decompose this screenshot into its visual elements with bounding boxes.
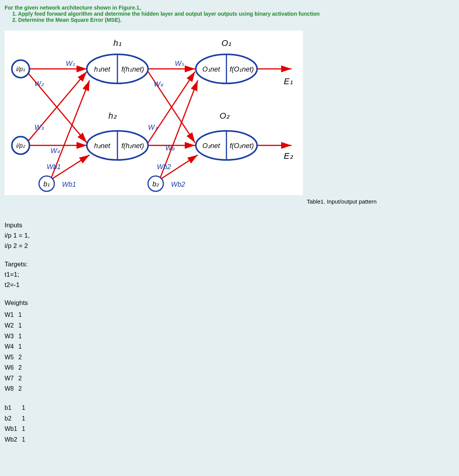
target-line-2: t2=-1	[5, 280, 454, 290]
svg-text:h₂net: h₂net	[94, 142, 111, 150]
weights-table: W11 W21 W31 W41 W52 W62 W72 W82	[5, 310, 26, 394]
svg-text:b₂: b₂	[152, 180, 159, 188]
svg-text:h₁: h₁	[113, 38, 121, 48]
svg-text:f(h₁net): f(h₁net)	[121, 65, 144, 73]
svg-text:Wb1: Wb1	[62, 181, 76, 188]
svg-text:W₇: W₇	[148, 124, 158, 131]
header-point1: 1. Apply feed forward algorithm and dete…	[12, 11, 454, 17]
parameters-section: Inputs i/p 1 = 1, i/p 2 = 2 Targets: t1=…	[5, 220, 454, 445]
svg-text:f(O₂net): f(O₂net)	[230, 142, 254, 150]
table-row: W82	[5, 383, 26, 394]
svg-text:W₈: W₈	[165, 144, 175, 152]
table-row: W52	[5, 352, 26, 363]
svg-text:f(O₁net): f(O₁net)	[230, 65, 254, 73]
svg-text:f(h₂net): f(h₂net)	[121, 142, 144, 150]
inputs-title: Inputs	[5, 220, 454, 230]
svg-text:E₁: E₁	[284, 77, 293, 86]
table-caption: Table1. Input/output pattern	[307, 198, 454, 205]
target-line-1: t1=1;	[5, 269, 454, 280]
svg-text:W₄: W₄	[50, 147, 60, 155]
diagram-svg: i/p₁ i/p₂ b₁ b₂ h₁net f(h₁net) h₁ h₂net …	[5, 31, 303, 195]
input-line-2: i/p 2 = 2	[5, 241, 454, 251]
table-row: W11	[5, 310, 26, 320]
svg-text:Wb2: Wb2	[171, 181, 185, 188]
table-row: Wb21	[5, 434, 30, 445]
table-row: W21	[5, 320, 26, 331]
svg-text:E₂: E₂	[284, 151, 293, 161]
table-row: W31	[5, 331, 26, 342]
svg-text:W₂: W₂	[34, 80, 44, 88]
svg-text:b₁: b₁	[43, 180, 50, 188]
problem-header: For the given network architecture shown…	[5, 5, 454, 23]
table-row: b11	[5, 403, 30, 413]
biases-table: b11 b21 Wb11 Wb21	[5, 403, 30, 445]
svg-text:O₁: O₁	[221, 38, 231, 48]
input-line-1: i/p 1 = 1,	[5, 230, 454, 241]
table-row: W41	[5, 341, 26, 352]
svg-text:O₁net: O₁net	[202, 65, 220, 73]
svg-text:Wb2: Wb2	[157, 163, 171, 171]
header-intro: For the given network architecture shown…	[5, 5, 454, 11]
table-row: W72	[5, 373, 26, 384]
svg-text:O₂: O₂	[220, 111, 230, 121]
table-row: b21	[5, 413, 30, 424]
weights-title: Weights	[5, 298, 454, 308]
svg-text:W₁: W₁	[66, 60, 75, 67]
svg-text:O₂net: O₂net	[202, 142, 220, 150]
svg-text:i/p₂: i/p₂	[16, 142, 26, 149]
table-row: W62	[5, 362, 26, 373]
svg-text:h₁net: h₁net	[94, 65, 111, 73]
svg-text:h₂: h₂	[108, 111, 117, 121]
svg-text:Wb1: Wb1	[47, 163, 61, 171]
table-row: Wb11	[5, 424, 30, 434]
svg-text:W₆: W₆	[154, 80, 163, 88]
svg-text:W₃: W₃	[34, 124, 44, 131]
header-point2: 2. Determine the Mean Square Error (MSE)…	[12, 17, 454, 23]
targets-title: Targets:	[5, 259, 454, 269]
svg-text:W₅: W₅	[175, 60, 184, 67]
network-diagram: i/p₁ i/p₂ b₁ b₂ h₁net f(h₁net) h₁ h₂net …	[5, 31, 303, 195]
svg-text:i/p₁: i/p₁	[16, 66, 25, 72]
